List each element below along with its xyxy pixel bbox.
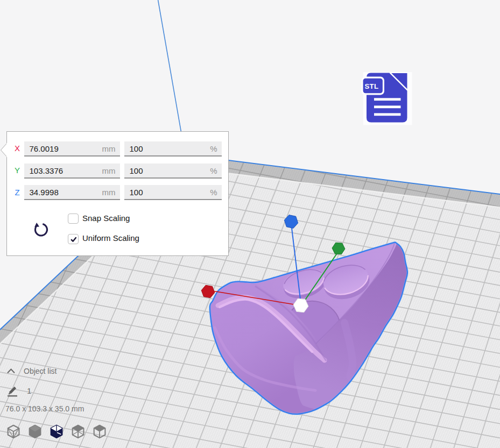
svg-text:STL: STL [365,82,379,90]
